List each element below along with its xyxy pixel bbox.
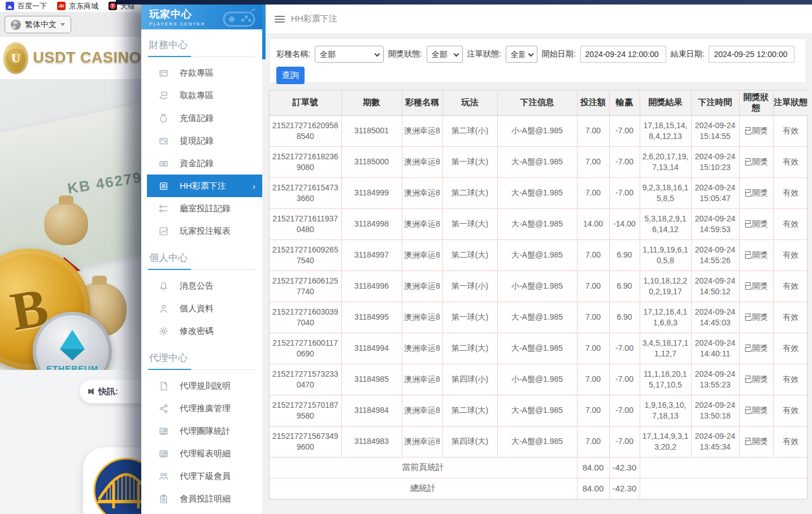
bookmark-item[interactable]: 百度一下 (6, 1, 47, 11)
table-cell: 已開獎 (739, 302, 773, 333)
sidebar-item-label: 存款專區 (180, 68, 214, 79)
sidebar-item-代理推廣管理[interactable]: 代理推廣管理 (141, 397, 262, 420)
sidebar-item-資金記錄[interactable]: 資金記錄 (141, 152, 262, 175)
table-row: 215217271620958854031185001澳洲幸运8第二球(小)小-… (270, 115, 808, 146)
order-status-filter-label: 注單狀態: (467, 49, 501, 59)
table-cell: 17,18,15,14,8,4,12,13 (640, 115, 691, 146)
table-cell: 有效 (773, 271, 808, 302)
table-cell: -7.00 (609, 333, 640, 364)
sidebar-item-代理團隊統計[interactable]: 代理團隊統計 (141, 420, 262, 442)
table-cell: 6.90 (609, 302, 640, 333)
bookmark-item[interactable]: JD京东商城 (57, 1, 98, 11)
table-row: 215217271615473366031184999澳洲幸运8第二球(大)大-… (270, 177, 808, 208)
sidebar-item-代理下級會員[interactable]: 代理下級會員 (141, 465, 262, 487)
table-cell: 14.00 (577, 208, 609, 239)
grand-total-winloss: -42.30 (609, 478, 640, 499)
sidebar-item-個人資料[interactable]: 個人資料 (141, 297, 262, 320)
table-cell: 有效 (773, 208, 808, 239)
table-header-cell: 期數 (341, 90, 402, 115)
table-cell: 2152172716154733660 (270, 177, 341, 208)
table-cell: 31184999 (341, 177, 402, 208)
table-cell: 澳洲幸运8 (402, 426, 442, 457)
table-header-cell: 下注信息 (497, 90, 577, 115)
table-header-cell: 開獎狀態 (739, 90, 773, 115)
sidebar-item-會員投註明細[interactable]: 會員投註明細 (141, 487, 262, 510)
table-header-cell: 輸赢 (609, 90, 640, 115)
bell-icon (158, 281, 168, 291)
table-cell: 有效 (773, 146, 808, 177)
sidebar-item-label: 修改密碼 (180, 326, 214, 337)
end-date-input[interactable] (709, 46, 794, 63)
table-cell: 7.00 (577, 271, 609, 302)
page-total-label: 當前頁統計 (270, 457, 577, 478)
table-row: 215217271600117069031184994澳洲幸运8第二球(大)大-… (270, 333, 808, 364)
table-row: 215217271609265754031184997澳洲幸运8第二球(大)大-… (270, 239, 808, 271)
table-cell: 31184994 (341, 333, 402, 364)
table-cell: 第一球(小) (442, 271, 497, 302)
sidebar-item-提現記錄[interactable]: 提現記錄 (141, 129, 262, 152)
sidebar-item-label: 個人資料 (180, 303, 214, 314)
sidebar-item-label: 資金記錄 (180, 158, 214, 169)
table-cell: 小-A盤@1.985 (497, 115, 577, 146)
table-cell: 大-A盤@1.985 (497, 395, 577, 426)
table-cell: 2152172716030397040 (270, 302, 341, 333)
table-cell: 有效 (773, 333, 808, 364)
lottery-select[interactable]: 全部 (315, 46, 384, 63)
bet-records-table-wrap: 訂單號期數彩種名稱玩法下注信息投注額輸赢開獎結果下注時間開獎狀態注單狀態 215… (269, 90, 807, 499)
sidebar-item-代理報表明細[interactable]: 代理報表明細 (141, 442, 262, 465)
sidebar-item-玩家投注報表[interactable]: 玩家投注報表 (141, 220, 262, 242)
sidebar-item-會員交易明細[interactable]: 會員交易明細 (141, 510, 262, 514)
table-header-cell: 注單狀態 (773, 90, 808, 115)
table-cell: 2152172716061257740 (270, 271, 341, 302)
table-cell: 小-A盤@1.985 (497, 364, 577, 395)
sidebar-item-label: 代理推廣管理 (180, 403, 231, 414)
sidebar-section-title: 代理中心 (148, 351, 255, 370)
language-selector[interactable]: 繁体中文 (5, 16, 71, 33)
table-cell: 1,10,18,12,20,2,19,17 (640, 271, 691, 302)
table-cell: 2,6,20,17,19,7,13,14 (640, 146, 691, 177)
start-date-input[interactable] (580, 46, 666, 63)
table-cell: 31184997 (341, 239, 402, 271)
table-cell: 大-A盤@1.985 (497, 333, 577, 364)
table-cell: 第一球(大) (442, 208, 497, 239)
user-icon (158, 303, 168, 313)
table-cell: -7.00 (609, 177, 640, 208)
site-logo-text: USDT CASINO (33, 49, 141, 67)
sidebar-item-代理規則說明[interactable]: 代理規則說明 (141, 374, 262, 397)
table-cell: 大-A盤@1.985 (497, 426, 577, 457)
table-cell: 第二球(大) (442, 177, 497, 208)
sidebar-item-存款專區[interactable]: 存款專區 (141, 62, 262, 84)
sidebar-item-HH彩票下注[interactable]: HH彩票下注› (147, 175, 262, 197)
table-header-cell: 下注時間 (691, 90, 739, 115)
table-cell: 31184998 (341, 208, 402, 239)
sidebar-item-消息公告[interactable]: 消息公告 (141, 275, 262, 297)
table-cell: 第一球(大) (442, 302, 497, 333)
table-cell: 17,12,16,4,11,6,8,3 (640, 302, 691, 333)
table-cell: 大-A盤@1.985 (497, 208, 577, 239)
table-cell: 2024-09-24 14:55:26 (691, 239, 739, 271)
table-cell: 澳洲幸运8 (402, 302, 442, 333)
sidebar-item-廳室投註記錄[interactable]: 廳室投註記錄 (141, 197, 262, 220)
table-cell: 31185000 (341, 146, 402, 177)
search-button[interactable]: 查詢 (276, 67, 305, 84)
table-cell: 有效 (773, 302, 808, 333)
sidebar-item-充值記錄[interactable]: 充值記錄 (141, 107, 262, 129)
table-cell: 2024-09-24 14:40:11 (691, 333, 739, 364)
order-status-select[interactable]: 全部 (506, 46, 537, 63)
sidebar-item-修改密碼[interactable]: 修改密碼 (141, 320, 262, 342)
table-cell: 有效 (773, 426, 808, 457)
table-cell: 已開獎 (739, 333, 773, 364)
speaker-icon (89, 388, 94, 395)
money-bag-icon (158, 113, 168, 123)
sidebar-item-取款專區[interactable]: 取款專區 (141, 84, 262, 107)
sidebar-item-label: 取款專區 (180, 90, 214, 101)
table-cell: -7.00 (609, 426, 640, 457)
table-header-cell: 投注額 (577, 90, 609, 115)
table-cell: 2024-09-24 15:05:47 (691, 177, 739, 208)
draw-status-select[interactable]: 全部 (427, 46, 463, 63)
language-band: 繁体中文 (0, 12, 141, 37)
hamburger-menu-icon[interactable] (275, 16, 285, 23)
table-cell: 7.00 (577, 177, 609, 208)
table-cell: 2024-09-24 13:55:23 (691, 364, 739, 395)
table-cell: 澳洲幸运8 (402, 333, 442, 364)
